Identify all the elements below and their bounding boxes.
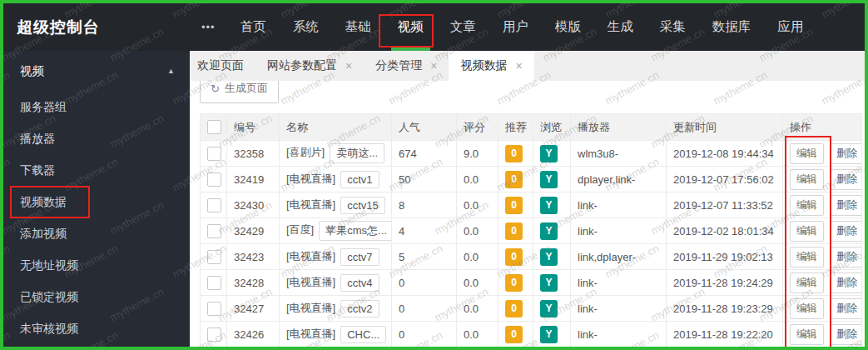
recommend-badge[interactable]: 0 bbox=[505, 222, 523, 240]
delete-button[interactable]: 删除 bbox=[830, 298, 862, 319]
topnav-item-2[interactable]: 系统 bbox=[293, 3, 319, 51]
sidebar-item-2[interactable]: 播放器 bbox=[3, 122, 190, 154]
sidebar-item-8[interactable]: 未审核视频 bbox=[3, 312, 190, 344]
sidebar-item-7[interactable]: 已锁定视频 bbox=[3, 281, 190, 312]
tab-3[interactable]: 分类管理× bbox=[364, 51, 449, 81]
delete-button[interactable]: 删除 bbox=[830, 143, 862, 164]
generate-page-button[interactable]: ↻ 生成页面 bbox=[200, 81, 279, 103]
tab-close-icon[interactable]: × bbox=[430, 60, 437, 72]
sidebar-item-3[interactable]: 下载器 bbox=[3, 154, 190, 186]
video-category-label: [电视直播] bbox=[286, 301, 335, 313]
column-header: 人气 bbox=[392, 114, 457, 141]
video-name-cell: [电视直播]CHC... bbox=[280, 322, 392, 348]
topnav-item-11[interactable]: 应用 bbox=[777, 3, 803, 51]
delete-button[interactable]: 删除 bbox=[830, 169, 862, 190]
video-name-input[interactable]: cctv7 bbox=[340, 248, 379, 266]
video-name-input[interactable]: cctv1 bbox=[340, 171, 379, 188]
edit-button[interactable]: 编辑 bbox=[790, 272, 824, 293]
delete-button[interactable]: 删除 bbox=[830, 324, 862, 345]
popularity-cell: 4 bbox=[392, 218, 457, 244]
video-name-input[interactable]: CHC... bbox=[340, 326, 386, 343]
select-all-checkbox[interactable] bbox=[207, 120, 221, 134]
row-checkbox[interactable] bbox=[207, 147, 221, 161]
video-id-cell: 32428 bbox=[227, 270, 280, 296]
row-checkbox[interactable] bbox=[207, 276, 221, 290]
topnav-item-9[interactable]: 采集 bbox=[660, 3, 686, 51]
tab-2[interactable]: 网站参数配置× bbox=[255, 51, 364, 81]
recommend-badge[interactable]: 0 bbox=[505, 145, 523, 162]
row-checkbox[interactable] bbox=[207, 224, 221, 238]
column-header: 评分 bbox=[457, 114, 498, 141]
tab-close-icon[interactable]: × bbox=[515, 60, 522, 72]
recommend-badge[interactable]: 0 bbox=[505, 326, 523, 343]
topnav-item-8[interactable]: 生成 bbox=[608, 3, 633, 51]
browse-badge[interactable]: Y bbox=[540, 248, 558, 266]
tab-label: 网站参数配置 bbox=[267, 58, 337, 73]
score-cell: 0.0 bbox=[457, 218, 498, 244]
sidebar-item-5[interactable]: 添加视频 bbox=[3, 218, 190, 249]
more-menu-icon[interactable]: ••• bbox=[201, 21, 216, 33]
video-name-input[interactable]: cctv15 bbox=[340, 197, 385, 214]
browse-badge[interactable]: Y bbox=[540, 326, 558, 343]
edit-button[interactable]: 编辑 bbox=[790, 298, 824, 319]
topnav-item-10[interactable]: 数据库 bbox=[712, 3, 751, 51]
sidebar-item-4[interactable]: 视频数据 bbox=[3, 186, 190, 218]
delete-button[interactable]: 删除 bbox=[830, 195, 862, 216]
sidebar-item-6[interactable]: 无地址视频 bbox=[3, 249, 190, 281]
video-name-input[interactable]: cctv2 bbox=[340, 300, 379, 318]
video-name-input[interactable]: 卖萌这... bbox=[330, 143, 384, 163]
generate-page-label: 生成页面 bbox=[225, 81, 268, 96]
browse-badge[interactable]: Y bbox=[540, 171, 558, 188]
browse-badge[interactable]: Y bbox=[540, 274, 558, 292]
sidebar-menu: 服务器组播放器下载器视频数据添加视频无地址视频已锁定视频未审核视频 bbox=[3, 91, 190, 344]
app-title: 超级控制台 bbox=[17, 17, 100, 38]
sidebar-group-header[interactable]: 视频 ▲ bbox=[3, 51, 190, 91]
recommend-badge[interactable]: 0 bbox=[505, 248, 523, 266]
edit-button[interactable]: 编辑 bbox=[790, 247, 824, 268]
recommend-badge[interactable]: 0 bbox=[505, 274, 523, 292]
tab-close-icon[interactable]: × bbox=[345, 60, 352, 72]
top-nav-menu: 首页系统基础视频文章用户模版生成采集数据库应用 bbox=[241, 3, 804, 51]
topnav-item-5[interactable]: 文章 bbox=[450, 3, 476, 51]
player-cell: link,dplayer- bbox=[571, 244, 667, 270]
video-name-cell: [电视直播]cctv15 bbox=[280, 192, 392, 218]
recommend-badge[interactable]: 0 bbox=[505, 171, 523, 188]
popularity-cell: 0 bbox=[392, 322, 457, 348]
recommend-badge[interactable]: 0 bbox=[505, 300, 523, 318]
tab-1[interactable]: 欢迎页面 bbox=[190, 51, 255, 81]
column-header: 编号 bbox=[227, 114, 280, 141]
video-name-input[interactable]: 苹果cms怎... bbox=[319, 221, 391, 241]
player-cell: link- bbox=[571, 270, 667, 296]
browse-badge[interactable]: Y bbox=[540, 145, 558, 162]
score-cell: 0.0 bbox=[457, 270, 498, 296]
edit-button[interactable]: 编辑 bbox=[790, 169, 824, 190]
sidebar-item-1[interactable]: 服务器组 bbox=[3, 91, 190, 122]
browse-badge[interactable]: Y bbox=[540, 197, 558, 214]
edit-button[interactable]: 编辑 bbox=[790, 324, 824, 345]
row-checkbox[interactable] bbox=[207, 172, 221, 187]
row-checkbox[interactable] bbox=[207, 328, 221, 342]
browse-badge[interactable]: Y bbox=[540, 222, 558, 240]
delete-button[interactable]: 删除 bbox=[830, 272, 862, 293]
delete-button[interactable]: 删除 bbox=[830, 221, 862, 242]
edit-button[interactable]: 编辑 bbox=[790, 143, 824, 164]
delete-button[interactable]: 删除 bbox=[830, 247, 862, 268]
row-checkbox[interactable] bbox=[207, 250, 221, 264]
tab-4[interactable]: 视频数据× bbox=[449, 51, 533, 81]
topnav-item-6[interactable]: 用户 bbox=[503, 3, 528, 51]
browse-badge[interactable]: Y bbox=[540, 300, 558, 318]
topnav-item-4[interactable]: 视频 bbox=[398, 3, 424, 51]
topnav-item-7[interactable]: 模版 bbox=[555, 3, 581, 51]
edit-button[interactable]: 编辑 bbox=[790, 195, 824, 216]
updated-time-cell: 2019-12-08 19:44:34 bbox=[667, 141, 783, 167]
video-name-cell: [喜剧片]卖萌这... bbox=[280, 141, 392, 167]
video-name-input[interactable]: cctv4 bbox=[340, 274, 379, 292]
video-category-label: [电视直播] bbox=[286, 327, 335, 339]
row-checkbox[interactable] bbox=[207, 198, 221, 212]
topnav-item-3[interactable]: 基础 bbox=[345, 3, 371, 51]
recommend-badge[interactable]: 0 bbox=[505, 197, 523, 214]
score-cell: 0.0 bbox=[457, 244, 498, 270]
topnav-item-1[interactable]: 首页 bbox=[241, 3, 266, 51]
edit-button[interactable]: 编辑 bbox=[790, 221, 824, 242]
row-checkbox[interactable] bbox=[207, 302, 221, 316]
